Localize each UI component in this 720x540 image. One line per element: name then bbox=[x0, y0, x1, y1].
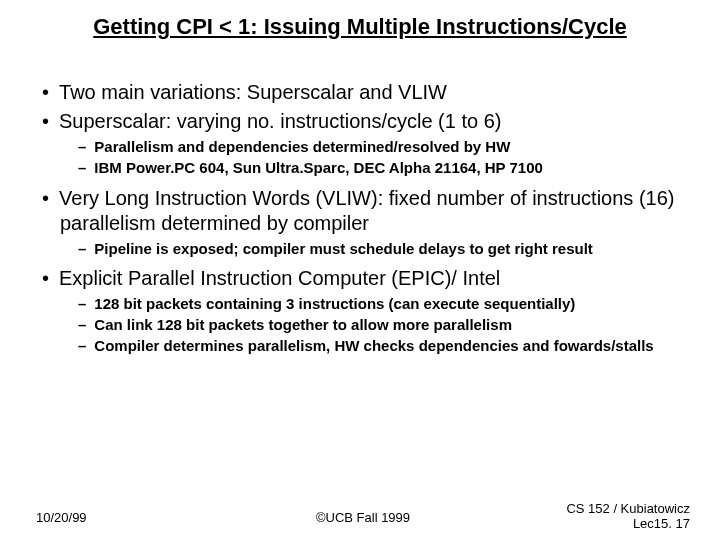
footer-lecture: Lec15. 17 bbox=[633, 516, 690, 531]
bullet-sub: IBM Power.PC 604, Sun Ultra.Sparc, DEC A… bbox=[36, 159, 700, 178]
bullet-sub: Compiler determines parallelism, HW chec… bbox=[36, 337, 700, 356]
slide-title: Getting CPI < 1: Issuing Multiple Instru… bbox=[0, 0, 720, 80]
slide-footer: 10/20/99 ©UCB Fall 1999 CS 152 / Kubiato… bbox=[0, 502, 720, 532]
bullet-main: Very Long Instruction Words (VLIW): fixe… bbox=[36, 186, 700, 236]
footer-date: 10/20/99 bbox=[0, 510, 254, 525]
footer-course: CS 152 / Kubiatowicz Lec15. 17 bbox=[472, 502, 720, 532]
bullet-main: Superscalar: varying no. instructions/cy… bbox=[36, 109, 700, 134]
bullet-main: Explicit Parallel Instruction Computer (… bbox=[36, 266, 700, 291]
bullet-sub: Pipeline is exposed; compiler must sched… bbox=[36, 240, 700, 259]
footer-course-name: CS 152 / Kubiatowicz bbox=[566, 501, 690, 516]
bullet-sub: Can link 128 bit packets together to all… bbox=[36, 316, 700, 335]
footer-copyright: ©UCB Fall 1999 bbox=[254, 510, 472, 525]
bullet-main: Two main variations: Superscalar and VLI… bbox=[36, 80, 700, 105]
slide-content: Two main variations: Superscalar and VLI… bbox=[0, 80, 720, 356]
bullet-sub: 128 bit packets containing 3 instruction… bbox=[36, 295, 700, 314]
bullet-sub: Parallelism and dependencies determined/… bbox=[36, 138, 700, 157]
